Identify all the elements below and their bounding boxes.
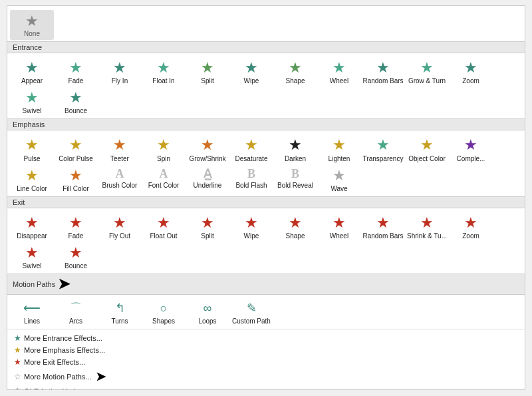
more-item-more-exit[interactable]: ★More Exit Effects... — [13, 356, 519, 368]
motion-item-loops[interactable]: ∞Loops — [186, 299, 229, 327]
anim-label-bounce: Bounce — [65, 107, 87, 114]
anim-item-split-out[interactable]: ★Split — [186, 212, 229, 242]
anim-item-fly-out[interactable]: ★Fly Out — [98, 212, 142, 242]
anim-icon-color-pulse: ★ — [69, 137, 82, 153]
anim-item-split[interactable]: ★Split — [186, 57, 229, 87]
anim-item-wheel[interactable]: ★Wheel — [317, 57, 361, 87]
anim-item-wave[interactable]: ★Wave — [317, 165, 361, 195]
anim-label-spin: Spin — [157, 155, 170, 162]
anim-label-shape-out: Shape — [286, 232, 305, 240]
anim-icon-random-bars-out: ★ — [376, 215, 390, 231]
anim-icon-shrink-turn: ★ — [420, 215, 434, 231]
motion-header: Motion Paths ➤ — [7, 274, 525, 295]
anim-label-fade: Fade — [68, 77, 84, 85]
anim-label-bounce-out: Bounce — [65, 262, 87, 270]
anim-item-shape-out[interactable]: ★Shape — [273, 212, 317, 242]
anim-item-bounce[interactable]: ★Bounce — [54, 87, 98, 117]
anim-item-fade[interactable]: ★Fade — [54, 57, 98, 87]
anim-label-darken: Darken — [285, 155, 306, 162]
anim-item-bold-flash[interactable]: BBold Flash — [229, 165, 273, 195]
anim-icon-fly-in: ★ — [113, 60, 126, 76]
motion-label-custom-path: Custom Path — [232, 317, 271, 325]
anim-item-darken[interactable]: ★Darken — [273, 134, 317, 164]
anim-item-transparency[interactable]: ★Transparency — [361, 134, 405, 164]
anim-icon-float-in: ★ — [157, 60, 170, 76]
anim-label-color-pulse: Color Pulse — [59, 155, 93, 162]
anim-item-desaturate[interactable]: ★Desaturate — [229, 134, 273, 164]
anim-item-underline[interactable]: A̲Underline — [186, 165, 229, 195]
anim-icon-fade: ★ — [69, 60, 82, 76]
anim-item-zoom-out[interactable]: ★Zoom — [449, 212, 493, 242]
none-item[interactable]: ★ None — [10, 10, 54, 40]
entrance-header: Entrance — [7, 41, 525, 53]
anim-item-bold-reveal[interactable]: BBold Reveal — [273, 165, 317, 195]
more-item-more-motion[interactable]: ☆More Motion Paths...➤ — [13, 368, 519, 385]
more-item-more-entrance[interactable]: ★More Entrance Effects... — [13, 332, 519, 344]
anim-item-wipe[interactable]: ★Wipe — [229, 57, 273, 87]
anim-item-swivel-out[interactable]: ★Swivel — [10, 242, 54, 272]
motion-item-turns[interactable]: ↰Turns — [98, 299, 142, 327]
anim-item-font-color[interactable]: AFont Color — [142, 165, 186, 195]
exit-header: Exit — [7, 196, 525, 208]
motion-item-custom-path[interactable]: ✎Custom Path — [229, 299, 273, 327]
anim-item-teeter[interactable]: ★Teeter — [98, 134, 142, 164]
more-icon-more-exit: ★ — [14, 357, 21, 367]
anim-item-zoom[interactable]: ★Zoom — [449, 57, 493, 87]
anim-label-bold-reveal: Bold Reveal — [277, 182, 313, 189]
anim-label-float-out: Float Out — [150, 232, 177, 240]
anim-label-desaturate: Desaturate — [235, 155, 268, 162]
more-item-ole-action[interactable]: ⚙OLE Action Verbs... — [13, 385, 519, 390]
anim-item-fly-in[interactable]: ★Fly In — [98, 57, 142, 87]
anim-icon-zoom: ★ — [464, 60, 477, 76]
anim-item-swivel[interactable]: ★Swivel — [10, 87, 54, 117]
anim-icon-font-color: A — [160, 168, 168, 181]
anim-icon-lighten: ★ — [332, 137, 346, 153]
anim-item-line-color[interactable]: ★Line Color — [10, 165, 54, 195]
anim-icon-shape: ★ — [289, 60, 302, 76]
anim-icon-float-out: ★ — [157, 215, 170, 231]
motion-item-arcs[interactable]: ⌒Arcs — [54, 299, 98, 327]
anim-item-disappear[interactable]: ★Disappear — [10, 212, 54, 242]
anim-item-brush-color[interactable]: ABrush Color — [98, 165, 142, 195]
anim-label-teeter: Teeter — [110, 155, 129, 162]
anim-item-random-bars[interactable]: ★Random Bars — [361, 57, 405, 87]
anim-item-spin[interactable]: ★Spin — [142, 134, 186, 164]
anim-item-grow-shrink[interactable]: ★Grow/Shrink — [186, 134, 229, 164]
anim-icon-teeter: ★ — [113, 137, 126, 153]
anim-item-appear[interactable]: ★Appear — [10, 57, 54, 87]
anim-item-float-in[interactable]: ★Float In — [142, 57, 186, 87]
anim-icon-shape-out: ★ — [289, 215, 302, 231]
more-item-more-emphasis[interactable]: ★More Emphasis Effects... — [13, 344, 519, 356]
more-arrow-more-motion: ➤ — [96, 369, 106, 384]
anim-item-shape[interactable]: ★Shape — [273, 57, 317, 87]
anim-icon-bounce-out: ★ — [69, 245, 82, 261]
anim-icon-spin: ★ — [157, 137, 170, 153]
entrance-items-row: ★Appear★Fade★Fly In★Float In★Split★Wipe★… — [7, 53, 525, 118]
anim-item-fill-color[interactable]: ★Fill Color — [54, 165, 98, 195]
anim-item-wipe-out[interactable]: ★Wipe — [229, 212, 273, 242]
anim-item-complementary[interactable]: ★Comple... — [449, 134, 493, 164]
anim-item-random-bars-out[interactable]: ★Random Bars — [361, 212, 405, 242]
anim-item-bounce-out[interactable]: ★Bounce — [54, 242, 98, 272]
motion-item-lines[interactable]: ⟵Lines — [10, 299, 54, 327]
anim-item-float-out[interactable]: ★Float Out — [142, 212, 186, 242]
more-label-more-exit: More Exit Effects... — [24, 358, 85, 366]
anim-item-lighten[interactable]: ★Lighten — [317, 134, 361, 164]
anim-item-grow-turn[interactable]: ★Grow & Turn — [405, 57, 449, 87]
anim-item-object-color[interactable]: ★Object Color — [405, 134, 449, 164]
motion-icon-lines: ⟵ — [23, 301, 41, 316]
motion-icon-arcs: ⌒ — [70, 301, 82, 316]
anim-label-wheel-out: Wheel — [330, 232, 348, 240]
anim-label-font-color: Font Color — [148, 182, 180, 189]
anim-icon-bold-reveal: B — [291, 168, 299, 181]
motion-label-loops: Loops — [198, 317, 216, 325]
anim-item-color-pulse[interactable]: ★Color Pulse — [54, 134, 98, 164]
anim-item-pulse[interactable]: ★Pulse — [10, 134, 54, 164]
anim-label-fly-out: Fly Out — [109, 232, 130, 240]
motion-item-shapes-mp[interactable]: ○Shapes — [142, 299, 186, 327]
anim-item-fade-out[interactable]: ★Fade — [54, 212, 98, 242]
anim-item-wheel-out[interactable]: ★Wheel — [317, 212, 361, 242]
anim-label-grow-turn: Grow & Turn — [408, 77, 446, 85]
anim-item-shrink-turn[interactable]: ★Shrink & Tu... — [405, 212, 449, 242]
anim-label-fill-color: Fill Color — [63, 185, 88, 192]
